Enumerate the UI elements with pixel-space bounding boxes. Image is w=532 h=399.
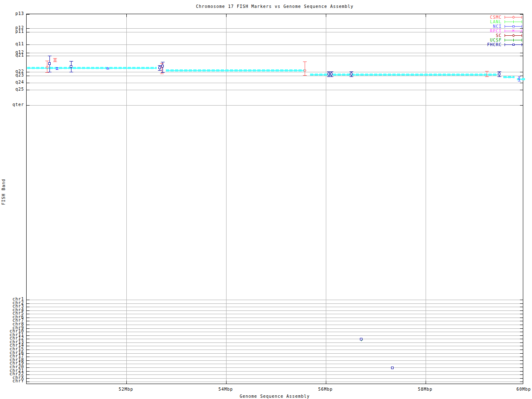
errorbar-csmc <box>487 71 487 76</box>
x-tick-label: 52Mbp <box>118 387 133 392</box>
y-tickmark <box>27 310 30 311</box>
gridline-horizontal <box>27 371 523 372</box>
gridline-horizontal <box>27 382 523 382</box>
marker-fhcrc-icon <box>48 62 51 65</box>
gridline-horizontal <box>27 339 523 339</box>
marker-nci-icon <box>56 68 58 69</box>
legend-label: LANL <box>490 20 502 24</box>
errorbar-cap <box>161 72 165 73</box>
y-tickmark <box>27 14 30 15</box>
y-tickmark <box>520 83 523 83</box>
y-tick-label: q25 <box>15 87 24 91</box>
y-tickmark <box>27 357 30 357</box>
y-tick-label: p11 <box>15 30 24 34</box>
x-tickmark <box>326 14 326 17</box>
y-tickmark <box>27 72 30 72</box>
gridline-horizontal <box>27 44 523 45</box>
gridline-horizontal <box>27 56 523 56</box>
y-tickmark <box>520 378 523 379</box>
gridline-horizontal <box>27 303 523 304</box>
legend-item-sc: SC <box>487 33 522 38</box>
y-tickmark <box>27 53 30 53</box>
y-tickmark <box>520 346 523 346</box>
gridline-horizontal <box>27 53 523 53</box>
y-tickmark <box>27 367 30 368</box>
errorbar-cap <box>106 69 109 69</box>
chart-title: Chromosome 17 FISH Markers vs Genome Seq… <box>26 4 523 9</box>
y-tickmark <box>27 90 30 90</box>
legend-sample-cap <box>522 16 522 19</box>
errorbar-cap <box>45 61 49 61</box>
y-tickmark <box>27 353 30 354</box>
y-tickmark <box>27 300 30 300</box>
legend-item-fhcrc: FHCRC <box>487 42 522 47</box>
gridline-horizontal <box>27 360 523 361</box>
legend-sample-x-icon: × <box>512 28 515 33</box>
y-tick-label: q21 <box>15 53 24 57</box>
gridline-horizontal <box>27 76 523 76</box>
y-tickmark <box>520 335 523 336</box>
y-tickmark <box>520 325 523 325</box>
y-tick-label: p13 <box>15 12 24 16</box>
y-tickmark <box>520 300 523 300</box>
gridline-horizontal <box>27 335 523 336</box>
marker-fhcrc-icon <box>158 66 161 69</box>
legend-sample-cap <box>522 34 522 37</box>
gridline-horizontal <box>27 342 523 343</box>
gridline-horizontal <box>27 32 523 32</box>
assembly-band-segment <box>503 76 515 78</box>
y-tick-label: qter <box>12 103 24 107</box>
y-tickmark <box>27 335 30 336</box>
marker-fhcrc-icon <box>391 367 394 369</box>
y-tickmark <box>520 76 523 76</box>
y-tickmark <box>27 328 30 329</box>
legend-item-ucsf: UCSF <box>487 38 522 42</box>
y-tickmark <box>520 307 523 307</box>
legend-label: UCSF <box>490 38 502 42</box>
legend-sample-cap <box>505 16 505 19</box>
errorbar-cap <box>48 56 52 56</box>
marker-csmc-icon <box>53 58 56 61</box>
y-tickmark <box>27 76 30 76</box>
errorbar-cap <box>158 70 162 71</box>
errorbar-cap <box>330 71 333 72</box>
marker-sc-icon <box>512 34 515 37</box>
assembly-band-segment <box>310 74 498 76</box>
legend-sample-cap <box>522 25 522 28</box>
y-tickmark <box>520 367 523 368</box>
x-axis-title: Genome Sequence Assembly <box>26 394 523 399</box>
legend-sample-cap <box>505 20 505 23</box>
legend-item-lanl: LANL <box>487 20 522 24</box>
errorbar-cap <box>518 76 521 77</box>
gridline-horizontal <box>27 332 523 332</box>
errorbar-cap <box>350 71 353 72</box>
gridline-horizontal <box>27 90 523 90</box>
gridline-horizontal <box>27 357 523 357</box>
y-tickmark <box>27 83 30 83</box>
y-tickmark <box>520 53 523 53</box>
errorbar-cap <box>69 61 73 62</box>
y-tickmark <box>27 28 30 29</box>
errorbar-cap <box>498 76 501 77</box>
y-tickmark <box>520 314 523 314</box>
y-tickmark <box>27 325 30 325</box>
gridline-horizontal <box>27 28 523 29</box>
gridline-horizontal <box>27 328 523 329</box>
legend-sample-cap <box>522 43 522 46</box>
y-tickmark <box>520 90 523 90</box>
legend-sample-cap <box>505 30 505 32</box>
y-tickmark <box>520 382 523 382</box>
plot-area <box>26 14 523 384</box>
y-tickmark <box>27 56 30 56</box>
gridline-horizontal <box>27 72 523 72</box>
gridline-horizontal <box>27 83 523 83</box>
gridline-horizontal <box>27 367 523 368</box>
marker-fhcrc-icon <box>70 65 72 68</box>
legend-item-nci: NCI <box>487 24 522 29</box>
errorbar-cap <box>53 62 57 62</box>
y-tickmark <box>27 350 30 350</box>
gridline-horizontal <box>27 307 523 307</box>
gridline-horizontal <box>27 325 523 325</box>
legend-label: RPCI <box>490 29 502 33</box>
errorbar-csmc <box>305 62 305 75</box>
